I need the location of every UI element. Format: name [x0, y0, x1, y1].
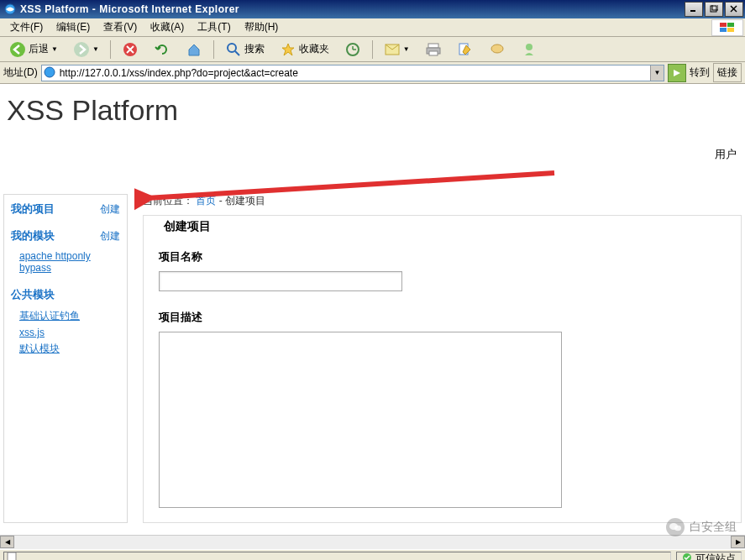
refresh-button[interactable]: [148, 39, 176, 60]
project-desc-textarea[interactable]: [159, 332, 562, 508]
close-button[interactable]: [725, 2, 743, 17]
address-dropdown-button[interactable]: ▼: [650, 65, 664, 81]
edit-icon: [457, 41, 474, 58]
sidebar-title-public-modules: 公共模块: [11, 287, 55, 302]
history-icon: [344, 41, 361, 58]
window-titlebar: XSS Platform - Microsoft Internet Explor…: [0, 0, 745, 18]
menu-favorites[interactable]: 收藏(A): [144, 18, 191, 36]
svg-point-11: [74, 42, 89, 57]
back-icon: [9, 41, 26, 58]
address-input-wrap[interactable]: ▼: [41, 65, 664, 81]
menu-help[interactable]: 帮助(H): [238, 18, 286, 36]
svg-line-16: [235, 51, 239, 55]
page-title: XSS Platform: [0, 84, 745, 144]
history-button[interactable]: [338, 39, 367, 60]
separator: [372, 40, 373, 59]
chevron-down-icon: ▼: [92, 45, 99, 53]
home-button[interactable]: [180, 39, 208, 60]
window-title: XSS Platform - Microsoft Internet Explor…: [20, 3, 685, 15]
stop-button[interactable]: [116, 39, 144, 60]
status-trusted-label: 可信站点: [695, 552, 736, 560]
search-label: 搜索: [244, 42, 265, 56]
messenger-button[interactable]: [515, 39, 543, 60]
back-button[interactable]: 后退 ▼: [3, 39, 64, 60]
svg-point-32: [674, 526, 681, 531]
sidebar: 我的项目 创建 我的模块 创建 apache httponly bypass 公…: [3, 194, 128, 523]
sidebar-create-module-link[interactable]: 创建: [100, 229, 120, 243]
ie-icon: [3, 3, 17, 16]
links-button[interactable]: 链接: [713, 63, 742, 82]
sidebar-link-basic-auth-phishing[interactable]: 基础认证钓鱼: [11, 307, 120, 325]
svg-rect-23: [429, 51, 438, 55]
home-icon: [186, 41, 202, 58]
minimize-button[interactable]: [685, 2, 703, 17]
svg-rect-6: [720, 23, 727, 27]
menu-view[interactable]: 查看(V): [97, 18, 144, 36]
project-name-input[interactable]: [159, 271, 402, 291]
favorites-label: 收藏夹: [299, 42, 329, 56]
watermark-text: 白安全组: [690, 520, 737, 535]
sidebar-title-projects: 我的项目: [11, 201, 55, 217]
go-label: 转到: [690, 65, 710, 80]
breadcrumb-prefix: 当前位置：: [143, 195, 193, 207]
print-button[interactable]: [419, 39, 448, 60]
search-button[interactable]: 搜索: [219, 39, 270, 60]
menu-edit[interactable]: 编辑(E): [50, 18, 97, 36]
forward-button[interactable]: ▼: [67, 39, 105, 60]
svg-point-10: [10, 42, 25, 57]
sidebar-link-apache-httponly-bypass[interactable]: apache httponly bypass: [11, 249, 120, 275]
sidebar-link-xssjs[interactable]: xss.js: [11, 325, 120, 340]
messenger-icon: [521, 41, 538, 58]
wechat-icon: [666, 518, 685, 536]
address-bar: 地址(D) ▼ 转到 链接: [0, 62, 745, 84]
page-icon: [44, 66, 57, 80]
back-label: 后退: [29, 42, 49, 56]
sidebar-section-my-modules: 我的模块 创建 apache httponly bypass: [11, 228, 120, 275]
svg-rect-29: [8, 552, 16, 560]
trusted-icon: [682, 552, 692, 560]
toolbar: 后退 ▼ ▼ 搜索 收藏夹: [0, 37, 745, 62]
sidebar-section-public-modules: 公共模块 基础认证钓鱼 xss.js 默认模块: [11, 287, 120, 358]
maximize-button[interactable]: [705, 2, 723, 17]
star-icon: [280, 41, 296, 58]
edit-button[interactable]: [451, 39, 480, 60]
chevron-down-icon: ▼: [51, 45, 58, 53]
search-icon: [225, 41, 242, 58]
favorites-button[interactable]: 收藏夹: [274, 39, 335, 60]
separator: [213, 40, 214, 59]
discuss-icon: [489, 41, 506, 58]
svg-rect-21: [428, 44, 438, 48]
menu-bar: 文件(F) 编辑(E) 查看(V) 收藏(A) 工具(T) 帮助(H): [0, 18, 745, 37]
mail-button[interactable]: ▼: [378, 39, 416, 60]
horizontal-scrollbar[interactable]: ◀ ▶: [0, 535, 745, 549]
menu-file[interactable]: 文件(F): [3, 18, 50, 36]
breadcrumb: 当前位置： 首页 - 创建项目: [143, 194, 742, 208]
discuss-button[interactable]: [483, 39, 512, 60]
svg-rect-2: [711, 6, 716, 12]
breadcrumb-home[interactable]: 首页: [196, 195, 216, 207]
address-input[interactable]: [60, 67, 650, 79]
separator: [110, 40, 111, 59]
chevron-down-icon: ▼: [403, 45, 410, 53]
sidebar-title-my-modules: 我的模块: [11, 228, 55, 243]
scroll-left-button[interactable]: ◀: [0, 536, 14, 548]
breadcrumb-current: 创建项目: [225, 195, 265, 207]
menu-tools[interactable]: 工具(T): [191, 18, 237, 36]
status-bar: 可信站点: [0, 549, 745, 560]
page-icon: [6, 552, 18, 560]
forward-icon: [73, 41, 90, 58]
scroll-track[interactable]: [14, 536, 731, 549]
create-project-form: 创建项目 项目名称 项目描述: [143, 215, 742, 523]
go-button[interactable]: [668, 64, 686, 82]
sidebar-create-project-link[interactable]: 创建: [100, 202, 120, 217]
print-icon: [425, 41, 442, 58]
watermark: 白安全组: [666, 518, 737, 536]
sidebar-section-projects: 我的项目 创建: [11, 201, 120, 217]
ie-throbber-icon: [711, 19, 743, 36]
form-legend: 创建项目: [159, 219, 216, 234]
svg-rect-8: [720, 28, 727, 32]
scroll-right-button[interactable]: ▶: [731, 536, 745, 548]
mail-icon: [384, 41, 401, 58]
sidebar-link-default-module[interactable]: 默认模块: [11, 340, 120, 358]
svg-point-26: [526, 44, 533, 50]
